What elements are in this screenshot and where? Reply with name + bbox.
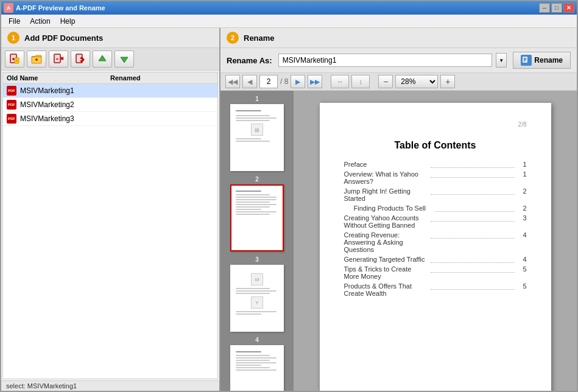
rename-dropdown-button[interactable]: ▼ bbox=[496, 53, 507, 68]
toc-page-1: 1 bbox=[517, 161, 527, 168]
maximize-button[interactable]: □ bbox=[551, 3, 562, 13]
preview-toolbar: ◀◀ ◀ / 8 ▶ ▶▶ ↔ ↕ − 28% 50% 75% 100% 125… bbox=[220, 73, 577, 91]
fit-height-button[interactable]: ↕ bbox=[351, 75, 370, 88]
toc-page-3: 2 bbox=[517, 187, 527, 202]
add-folder-button[interactable] bbox=[27, 51, 46, 68]
rename-button-label: Rename bbox=[534, 56, 563, 65]
right-panel-header: 2 Rename bbox=[220, 28, 577, 48]
thumbnail-4-page bbox=[230, 345, 284, 391]
toc-text-5: Creating Yahoo Accounts Without Getting … bbox=[344, 214, 428, 229]
rename-button-icon bbox=[521, 55, 532, 66]
file-list: Old Name Renamed PDF MSIVMarketing1 PDF … bbox=[2, 72, 218, 379]
list-item[interactable]: PDF MSIVMarketing2 bbox=[3, 98, 217, 112]
toc-text-4: Finding Products To Sell bbox=[344, 205, 433, 212]
thumbnail-4[interactable]: 4 bbox=[224, 337, 290, 391]
toc-page-8: 5 bbox=[517, 265, 527, 280]
file-name-2: MSIVMarketing2 bbox=[20, 100, 214, 109]
left-panel: 1 Add PDF Documents bbox=[1, 28, 220, 391]
toc-text-9: Products & Offers That Create Wealth bbox=[344, 282, 428, 297]
thumbnail-3[interactable]: 3 M Y bbox=[224, 256, 290, 332]
move-up-button[interactable] bbox=[93, 51, 112, 68]
minimize-button[interactable]: ─ bbox=[539, 3, 550, 13]
file-name-3: MSIVMarketing3 bbox=[20, 114, 214, 123]
menu-bar: File Action Help bbox=[1, 15, 577, 28]
toc-entry-4: Finding Products To Sell 2 bbox=[344, 205, 527, 212]
file-list-header: Old Name Renamed bbox=[3, 72, 217, 84]
rename-button[interactable]: Rename bbox=[513, 52, 571, 69]
toc-text-2: Overview: What is Yahoo Answers? bbox=[344, 170, 428, 185]
next-page-button[interactable]: ▶ bbox=[291, 75, 305, 88]
pdf-icon-2: PDF bbox=[7, 100, 16, 110]
toc-entry-7: Generating Targeted Traffic 4 bbox=[344, 256, 527, 263]
status-bar: select: MSIVMarketing1 bbox=[1, 380, 219, 391]
thumbnail-1-label: 1 bbox=[255, 96, 259, 102]
pdf-page-number: 2/8 bbox=[344, 121, 527, 128]
toc-entry-2: Overview: What is Yahoo Answers? 1 bbox=[344, 170, 527, 185]
main-window: A A-PDF Preview and Rename ─ □ ✕ File Ac… bbox=[0, 0, 578, 392]
window-controls: ─ □ ✕ bbox=[539, 3, 574, 13]
last-page-button[interactable]: ▶▶ bbox=[308, 75, 322, 88]
fit-width-button[interactable]: ↔ bbox=[331, 75, 349, 88]
close-button[interactable]: ✕ bbox=[563, 3, 574, 13]
thumbnail-2-page bbox=[230, 184, 284, 251]
move-down-button[interactable] bbox=[115, 51, 134, 68]
toc-text-7: Generating Targeted Traffic bbox=[344, 256, 428, 263]
section-number-1: 1 bbox=[7, 32, 19, 44]
left-panel-header: 1 Add PDF Documents bbox=[1, 28, 219, 48]
menu-help[interactable]: Help bbox=[55, 16, 80, 27]
remove-button[interactable] bbox=[49, 51, 68, 68]
toc-page-4: 2 bbox=[517, 205, 527, 212]
thumbnail-1-page: ▤ bbox=[230, 104, 284, 171]
section-number-2: 2 bbox=[227, 32, 239, 44]
prev-page-button[interactable]: ◀ bbox=[242, 75, 257, 88]
thumbnail-2[interactable]: 2 bbox=[224, 176, 290, 251]
title-bar: A A-PDF Preview and Rename ─ □ ✕ bbox=[1, 1, 577, 15]
toc-entry-5: Creating Yahoo Accounts Without Getting … bbox=[344, 214, 527, 229]
page-number-input[interactable] bbox=[259, 75, 278, 88]
page-separator: / 8 bbox=[280, 77, 288, 86]
pdf-icon-3: PDF bbox=[7, 114, 16, 124]
thumbnail-4-label: 4 bbox=[255, 337, 259, 343]
rename-as-label: Rename As: bbox=[227, 56, 272, 65]
thumbnail-2-label: 2 bbox=[255, 176, 259, 183]
toc-entry-6: Creating Revenue: Answering & Asking Que… bbox=[344, 231, 527, 253]
toc-text-8: Tips & Tricks to Create More Money bbox=[344, 265, 428, 280]
rename-input-container: ▼ bbox=[278, 53, 507, 68]
main-content: 1 Add PDF Documents bbox=[1, 28, 577, 391]
toc-page-2: 1 bbox=[517, 170, 527, 185]
toc-entry-8: Tips & Tricks to Create More Money 5 bbox=[344, 265, 527, 280]
svg-marker-13 bbox=[99, 55, 106, 61]
clear-button[interactable] bbox=[71, 51, 90, 68]
thumbnail-1[interactable]: 1 ▤ bbox=[224, 96, 290, 171]
toc-entry-9: Products & Offers That Create Wealth 5 bbox=[344, 282, 527, 297]
zoom-select[interactable]: 28% 50% 75% 100% 125% 150% bbox=[395, 75, 438, 88]
window-title: A-PDF Preview and Rename bbox=[16, 4, 539, 12]
first-page-button[interactable]: ◀◀ bbox=[225, 75, 240, 88]
toc-title: Table of Contents bbox=[344, 140, 527, 151]
toc-text-6: Creating Revenue: Answering & Asking Que… bbox=[344, 231, 428, 253]
preview-area: ◀ 1 ▤ bbox=[220, 91, 577, 391]
list-item[interactable]: PDF MSIVMarketing1 bbox=[3, 84, 217, 98]
toc-text-1: Preface bbox=[344, 161, 428, 168]
svg-rect-8 bbox=[54, 54, 60, 63]
pdf-page: 2/8 Table of Contents Preface 1 Overview… bbox=[320, 103, 551, 391]
toc-page-9: 5 bbox=[517, 282, 527, 297]
menu-action[interactable]: Action bbox=[25, 16, 55, 27]
pdf-icon-1: PDF bbox=[7, 86, 16, 96]
thumbnail-3-page: M Y bbox=[230, 265, 284, 332]
toc-page-7: 4 bbox=[517, 256, 527, 263]
thumbnail-3-label: 3 bbox=[255, 256, 259, 263]
toc-page-5: 3 bbox=[517, 214, 527, 229]
toc-entry-1: Preface 1 bbox=[344, 161, 527, 168]
zoom-out-button[interactable]: − bbox=[378, 75, 393, 88]
pdf-preview: 2/8 Table of Contents Preface 1 Overview… bbox=[294, 91, 577, 391]
menu-file[interactable]: File bbox=[4, 16, 25, 27]
col-old-name: Old Name bbox=[7, 74, 110, 82]
right-panel: 2 Rename Rename As: ▼ bbox=[220, 28, 577, 391]
app-icon: A bbox=[4, 3, 13, 13]
list-item[interactable]: PDF MSIVMarketing3 bbox=[3, 112, 217, 126]
zoom-in-button[interactable]: + bbox=[440, 75, 455, 88]
add-file-button[interactable] bbox=[5, 51, 24, 68]
thumbnail-panel: ◀ 1 ▤ bbox=[220, 91, 294, 391]
rename-input[interactable] bbox=[278, 54, 493, 67]
